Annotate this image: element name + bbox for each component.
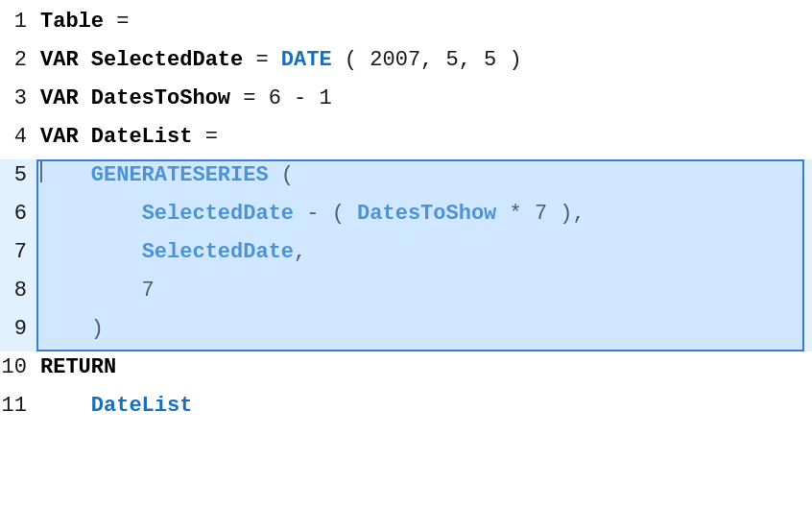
line-content-2: VAR SelectedDate = DATE ( 2007, 5, 5 ): [36, 44, 812, 77]
line-number-7: 7: [0, 236, 36, 269]
code-line-1: 1 Table =: [0, 6, 812, 44]
code-line-9: 9 ): [0, 313, 812, 351]
code-line-2: 2 VAR SelectedDate = DATE ( 2007, 5, 5 ): [0, 44, 812, 83]
line-content-3: VAR DatesToShow = 6 - 1: [36, 83, 812, 115]
token: RETURN: [40, 355, 116, 379]
code-line-8: 8 7: [0, 275, 812, 313]
token: [40, 240, 142, 264]
token: (: [269, 163, 294, 187]
line-number-5: 5: [0, 159, 36, 192]
token: [40, 163, 91, 187]
token: ( 2007, 5, 5 ): [332, 48, 522, 72]
code-line-7: 7 SelectedDate,: [0, 236, 812, 275]
token: ): [40, 317, 104, 341]
token: DatesToShow: [91, 86, 230, 110]
code-line-10: 10 RETURN: [0, 351, 812, 390]
line-content-4: VAR DateList =: [36, 121, 812, 154]
token: DatesToShow: [357, 202, 496, 226]
token: = 6 - 1: [230, 86, 332, 110]
line-number-10: 10: [0, 351, 36, 384]
code-line-3: 3 VAR DatesToShow = 6 - 1: [0, 83, 812, 121]
token: ,: [294, 240, 306, 264]
code-editor[interactable]: 1 Table = 2 VAR SelectedDate = DATE ( 20…: [0, 0, 812, 509]
line-number-1: 1: [0, 6, 36, 38]
token: 7: [40, 279, 155, 303]
text-cursor: [40, 159, 42, 182]
token: [40, 394, 91, 418]
line-number-8: 8: [0, 275, 36, 307]
token: SelectedDate: [91, 48, 243, 72]
token: * 7 ),: [496, 202, 585, 226]
line-number-4: 4: [0, 121, 36, 154]
line-content-5: GENERATESERIES (: [36, 159, 812, 192]
line-number-11: 11: [0, 390, 36, 423]
token: SelectedDate: [142, 202, 294, 226]
token: [40, 202, 142, 226]
line-content-10: RETURN: [36, 351, 812, 384]
token: =: [243, 48, 281, 72]
line-content-7: SelectedDate,: [36, 236, 812, 269]
token: - (: [294, 202, 357, 226]
token: =: [104, 10, 129, 34]
token: SelectedDate: [142, 240, 294, 264]
token: DateList: [91, 394, 193, 418]
code-line-6: 6 SelectedDate - ( DatesToShow * 7 ),: [0, 198, 812, 236]
line-number-3: 3: [0, 83, 36, 115]
line-number-6: 6: [0, 198, 36, 230]
token: DateList: [91, 125, 193, 149]
token: =: [192, 125, 217, 149]
token: VAR: [40, 86, 91, 110]
code-line-4: 4 VAR DateList =: [0, 121, 812, 159]
token: Table: [40, 10, 104, 34]
token: VAR: [40, 125, 91, 149]
line-number-9: 9: [0, 313, 36, 346]
code-line-5: 5 GENERATESERIES (: [0, 159, 812, 198]
code-line-11: 11 DateList: [0, 390, 812, 428]
line-content-1: Table =: [36, 6, 812, 38]
line-number-2: 2: [0, 44, 36, 77]
line-content-6: SelectedDate - ( DatesToShow * 7 ),: [36, 198, 812, 230]
token: DATE: [281, 48, 332, 72]
line-content-11: DateList: [36, 390, 812, 423]
token: VAR: [40, 48, 91, 72]
token: GENERATESERIES: [91, 163, 269, 187]
line-content-8: 7: [36, 275, 812, 307]
line-content-9: ): [36, 313, 812, 346]
